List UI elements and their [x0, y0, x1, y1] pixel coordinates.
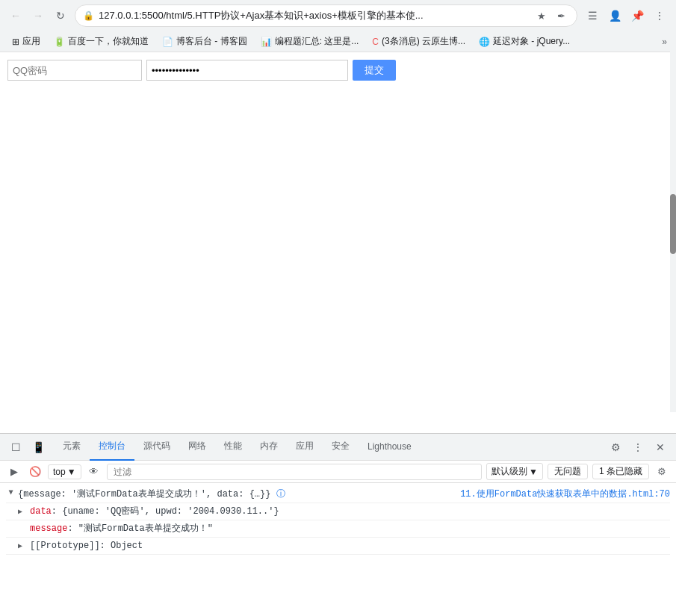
context-dropdown[interactable]: top ▼: [48, 464, 81, 479]
devtools-close-button[interactable]: ✕: [651, 438, 670, 457]
devtools-panel: ☐ 📱 元素 控制台 源代码 网络 性能 内存 应用 安全 Lighthouse…: [0, 433, 676, 616]
back-button[interactable]: ←: [6, 6, 25, 25]
baidu-icon: 🔋: [54, 37, 65, 47]
console-text-2: data: {uname: 'QQ密码', upwd: '2004.0930.1…: [30, 505, 670, 518]
address-bar: 🔒 ★ ✒: [75, 4, 577, 27]
console-settings-button[interactable]: ⚙: [654, 464, 670, 480]
bookmark-apps[interactable]: ⊞ 应用: [6, 34, 46, 50]
pin-button[interactable]: 📌: [627, 5, 648, 26]
tab-elements[interactable]: 元素: [54, 434, 90, 461]
devtools-right-actions: ⚙ ⋮ ✕: [606, 438, 670, 457]
devtools-left-icons: ☐ 📱: [6, 438, 48, 457]
console-output: ▶ {message: '测试FormData表单提交成功！', data: {…: [0, 483, 676, 616]
log-level-label: 默认级别: [492, 465, 527, 478]
password-input[interactable]: [146, 60, 348, 81]
bookmark-baidu[interactable]: 🔋 百度一下，你就知道: [48, 34, 155, 50]
devtools-more-button[interactable]: ⋮: [628, 438, 648, 457]
bookmark-jquery-label: 延迟对象 - jQuery...: [493, 35, 570, 48]
data-key: data: [30, 506, 52, 517]
file-link-1[interactable]: 11.使用FormData快速获取表单中的数据.html:70: [460, 488, 670, 501]
tab-security[interactable]: 安全: [323, 434, 359, 461]
tab-console[interactable]: 控制台: [90, 434, 134, 461]
bookmarks-bar: ⊞ 应用 🔋 百度一下，你就知道 📄 博客后台 - 博客园 📊 编程题汇总: 这…: [0, 31, 676, 52]
devtools-device-button[interactable]: 📱: [28, 438, 48, 457]
console-message-value: : "测试FormData表单提交成功！": [67, 523, 212, 534]
info-icon-1: ⓘ: [276, 489, 285, 500]
page-scrollbar[interactable]: [670, 45, 676, 412]
devtools-tabs: ☐ 📱 元素 控制台 源代码 网络 性能 内存 应用 安全 Lighthouse…: [0, 434, 676, 461]
console-text-4: [[Prototype]]: Object: [30, 539, 670, 553]
log-level-chevron-icon: ▼: [529, 467, 538, 477]
console-line-3: ▶ message: "测试FormData表单提交成功！": [6, 520, 670, 538]
bookmark-apps-label: 应用: [22, 35, 40, 48]
console-text-1: {message: '测试FormData表单提交成功！', data: {…}…: [18, 488, 457, 501]
lock-icon: 🔒: [83, 10, 94, 21]
page-content: 提交: [0, 52, 676, 378]
console-data-value: : {uname: 'QQ密码', upwd: '2004.0930.11..'…: [52, 506, 279, 517]
expand-arrow-4: ▶: [18, 541, 27, 552]
coding-icon: 📊: [261, 37, 272, 47]
nav-buttons: ← → ↻: [6, 6, 70, 25]
expand-arrow-1: ▶: [5, 491, 16, 500]
console-block-button[interactable]: 🚫: [27, 464, 43, 480]
extensions-button[interactable]: ☰: [582, 5, 603, 26]
console-line-4[interactable]: ▶ [[Prototype]]: Object: [6, 538, 670, 555]
log-level-dropdown[interactable]: 默认级别 ▼: [486, 463, 543, 480]
bookmark-cnblogs[interactable]: 📄 博客后台 - 博客园: [156, 34, 253, 50]
console-toolbar: ▶ 🚫 top ▼ 👁 默认级别 ▼ 无问题 1 条已隐藏 ⚙: [0, 461, 676, 483]
apps-icon: ⊞: [12, 37, 19, 47]
console-log-object: {message: '测试FormData表单提交成功！', data: {…}…: [18, 489, 276, 500]
bookmark-cloud-label: (3条消息) 云原生博...: [382, 35, 465, 48]
bookmark-coding[interactable]: 📊 编程题汇总: 这里是...: [255, 34, 365, 50]
hidden-badge[interactable]: 1 条已隐藏: [592, 464, 649, 479]
cnblogs-icon: 📄: [162, 37, 173, 47]
browser-right-icons: ☰ 👤 📌 ⋮: [582, 5, 670, 26]
qq-input[interactable]: [7, 60, 142, 81]
jquery-icon: 🌐: [479, 37, 490, 47]
bookmark-coding-label: 编程题汇总: 这里是...: [275, 35, 359, 48]
tab-memory[interactable]: 内存: [251, 434, 287, 461]
expand-arrow-2: ▶: [18, 506, 27, 517]
eye-button[interactable]: 👁: [86, 464, 102, 480]
context-label: top: [53, 467, 66, 477]
devtools-settings-button[interactable]: ⚙: [606, 438, 625, 457]
bookmark-star-button[interactable]: ★: [533, 7, 550, 24]
context-chevron-icon: ▼: [67, 467, 76, 477]
address-input[interactable]: [99, 10, 529, 22]
filter-input[interactable]: [107, 464, 483, 480]
extension-button[interactable]: ✒: [553, 7, 569, 24]
forward-button[interactable]: →: [28, 6, 48, 25]
address-right-icons: ★ ✒: [533, 7, 569, 24]
tab-performance[interactable]: 性能: [215, 434, 251, 461]
prototype-text: [[Prototype]]: Object: [30, 541, 143, 551]
bookmark-cloud[interactable]: C (3条消息) 云原生博...: [366, 34, 471, 50]
console-line-2[interactable]: ▶ data: {uname: 'QQ密码', upwd: '2004.0930…: [6, 503, 670, 520]
submit-button[interactable]: 提交: [353, 60, 396, 81]
tab-lighthouse[interactable]: Lighthouse: [359, 434, 421, 461]
tab-sources[interactable]: 源代码: [134, 434, 179, 461]
refresh-button[interactable]: ↻: [51, 6, 70, 25]
console-run-button[interactable]: ▶: [6, 464, 22, 480]
console-line-1[interactable]: ▶ {message: '测试FormData表单提交成功！', data: {…: [6, 486, 670, 503]
bookmark-cnblogs-label: 博客后台 - 博客园: [176, 35, 247, 48]
issues-badge[interactable]: 无问题: [548, 464, 588, 479]
browser-chrome: ← → ↻ 🔒 ★ ✒ ☰ 👤 📌 ⋮ ⊞ 应用 🔋 百度一下，你就知道: [0, 0, 676, 52]
devtools-inspect-button[interactable]: ☐: [6, 438, 25, 457]
profile-button[interactable]: 👤: [604, 5, 625, 26]
console-text-3: message: "测试FormData表单提交成功！": [30, 522, 670, 535]
bookmark-baidu-label: 百度一下，你就知道: [68, 35, 149, 48]
more-tools-button[interactable]: ⋮: [649, 5, 670, 26]
browser-toolbar: ← → ↻ 🔒 ★ ✒ ☰ 👤 📌 ⋮: [0, 0, 676, 31]
message-key: message: [30, 523, 67, 534]
bookmark-jquery[interactable]: 🌐 延迟对象 - jQuery...: [473, 34, 576, 50]
tab-network[interactable]: 网络: [179, 434, 215, 461]
bookmarks-more-button[interactable]: »: [659, 35, 670, 49]
tab-application[interactable]: 应用: [287, 434, 323, 461]
scrollbar-thumb[interactable]: [670, 194, 676, 254]
cloud-icon: C: [372, 37, 379, 47]
